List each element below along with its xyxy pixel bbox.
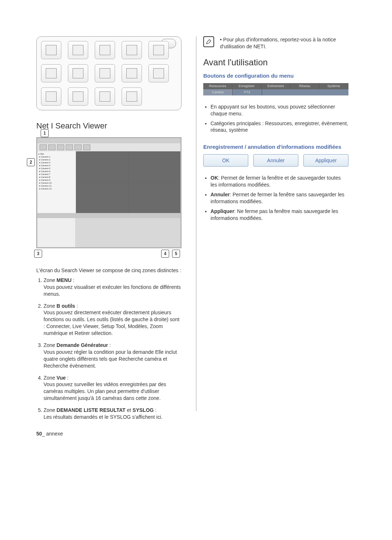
viewer-heading: Net I Search Viewer bbox=[36, 121, 181, 131]
tab-systeme: Système bbox=[319, 83, 348, 89]
callout-4: 4 bbox=[161, 250, 169, 258]
zone-name: Vue bbox=[57, 375, 66, 381]
pencil-note-icon bbox=[203, 36, 214, 47]
apply-button: Appliquer bbox=[303, 154, 348, 167]
callout-5: 5 bbox=[172, 250, 180, 258]
zone-body: Vous pouvez surveiller les vidéos enregi… bbox=[44, 381, 181, 402]
callout-3: 3 bbox=[34, 250, 42, 258]
tab-ressources: Ressources bbox=[203, 83, 232, 89]
zone-body: Vous pouvez visualiser et exécuter les f… bbox=[44, 284, 181, 298]
zone-body: Les résultats demandés et le SYSLOG s'af… bbox=[44, 414, 181, 421]
zone-item: Zone MENU : Vous pouvez visualiser et ex… bbox=[44, 277, 181, 298]
layout-row bbox=[41, 64, 177, 82]
layout-option bbox=[68, 64, 88, 82]
page-number: 50 bbox=[36, 431, 42, 437]
strong-annuler: Annuler bbox=[211, 192, 230, 197]
list-item: En appuyant sur les boutons, vous pouvez… bbox=[211, 103, 348, 117]
zone-name-2: SYSLOG bbox=[132, 407, 154, 413]
button-desc-bullets: OK: Permet de fermer la fenêtre et de sa… bbox=[203, 175, 348, 221]
strong-appliquer: Appliquer bbox=[211, 208, 234, 214]
dialog-buttons-figure: OK Annuler Appliquer bbox=[203, 154, 348, 167]
right-column: • Pour plus d'informations, reportez-vou… bbox=[203, 36, 348, 426]
tab-enregistrer: Enregistrer bbox=[232, 83, 261, 89]
menu-bullets: En appuyant sur les boutons, vous pouvez… bbox=[203, 103, 348, 134]
menu-tabs-figure: Ressources Enregistrer Évènement Réseau … bbox=[203, 83, 348, 95]
layout-option bbox=[41, 41, 61, 59]
layout-row bbox=[41, 41, 177, 59]
zone-body: Vous pouvez régler la condition pour la … bbox=[44, 349, 181, 369]
info-note: • Pour plus d'informations, reportez-vou… bbox=[203, 36, 348, 50]
ok-button: OK bbox=[203, 154, 248, 167]
layout-option bbox=[122, 87, 142, 106]
layout-option bbox=[95, 87, 115, 106]
note-text: • Pour plus d'informations, reportez-vou… bbox=[219, 36, 348, 50]
viewer-screenshot: ▸ Site ▸ Camera 1 ▸ Camera 2 ▸ Camera 3 … bbox=[36, 137, 181, 248]
enregistrement-subheading: Enregistrement / annulation d'informatio… bbox=[203, 144, 348, 150]
zone-item: Zone DEMANDE LISTE RESULTAT et SYSLOG : … bbox=[44, 407, 181, 421]
viewer-intro: L'écran du Search Viewer se compose de c… bbox=[36, 267, 181, 274]
layout-option bbox=[122, 41, 142, 59]
zone-item: Zone Demande Générateur : Vous pouvez ré… bbox=[44, 342, 181, 369]
zone-item: Zone Vue : Vous pouvez surveiller les vi… bbox=[44, 375, 181, 402]
page-footer: 50_ annexe bbox=[36, 431, 63, 437]
avant-heading: Avant l'utilisation bbox=[203, 57, 348, 68]
layout-option bbox=[148, 64, 169, 82]
footer-label: _ annexe bbox=[42, 431, 63, 437]
callout-2: 2 bbox=[27, 158, 35, 166]
layout-option bbox=[41, 64, 61, 82]
zone-item: Zone B outils : Vous pouvez directement … bbox=[44, 303, 181, 337]
strong-ok: OK bbox=[211, 175, 218, 181]
layout-option bbox=[68, 87, 88, 106]
tab-reseau: Réseau bbox=[290, 83, 319, 89]
layout-option bbox=[95, 41, 115, 59]
subtab-ptz: PTZ bbox=[233, 89, 262, 95]
tab-evenement: Évènement bbox=[261, 83, 290, 89]
zone-name: MENU bbox=[57, 277, 72, 283]
column-divider bbox=[196, 36, 196, 411]
layout-selector-figure bbox=[36, 36, 181, 110]
layout-option bbox=[68, 41, 88, 59]
list-item: Catégories principales : Ressources, enr… bbox=[211, 120, 348, 134]
layout-option bbox=[148, 41, 169, 59]
callout-1: 1 bbox=[41, 129, 49, 137]
subtab-camera: Caméra bbox=[203, 89, 233, 95]
layout-option bbox=[95, 64, 115, 82]
list-item: Annuler: Permet de fermer la fenêtre san… bbox=[211, 191, 348, 205]
list-item: Appliquer: Ne ferme pas la fenêtre mais … bbox=[211, 208, 348, 222]
page: Net I Search Viewer 1 2 ▸ Site ▸ Camera … bbox=[0, 0, 392, 447]
list-item: OK: Permet de fermer la fenêtre et de sa… bbox=[211, 175, 348, 188]
zone-name: Demande Générateur bbox=[57, 342, 108, 348]
zone-name: B outils bbox=[57, 303, 75, 309]
zones-list: Zone MENU : Vous pouvez visualiser et ex… bbox=[36, 277, 181, 421]
viewer-screenshot-wrap: 1 2 ▸ Site ▸ Camera 1 ▸ Camera 2 ▸ Camer… bbox=[36, 137, 181, 248]
layout-option bbox=[41, 87, 61, 106]
boutons-subheading: Boutons de configuration du menu bbox=[203, 73, 348, 79]
layout-option bbox=[122, 64, 142, 82]
zone-body: Vous pouvez directement exécuter directe… bbox=[44, 309, 181, 337]
layout-row bbox=[41, 87, 177, 106]
cancel-button: Annuler bbox=[253, 154, 298, 167]
zone-name: DEMANDE LISTE RESULTAT bbox=[57, 407, 126, 413]
screenshot-tree: ▸ Site ▸ Camera 1 ▸ Camera 2 ▸ Camera 3 … bbox=[37, 151, 76, 213]
left-column: Net I Search Viewer 1 2 ▸ Site ▸ Camera … bbox=[36, 36, 181, 426]
